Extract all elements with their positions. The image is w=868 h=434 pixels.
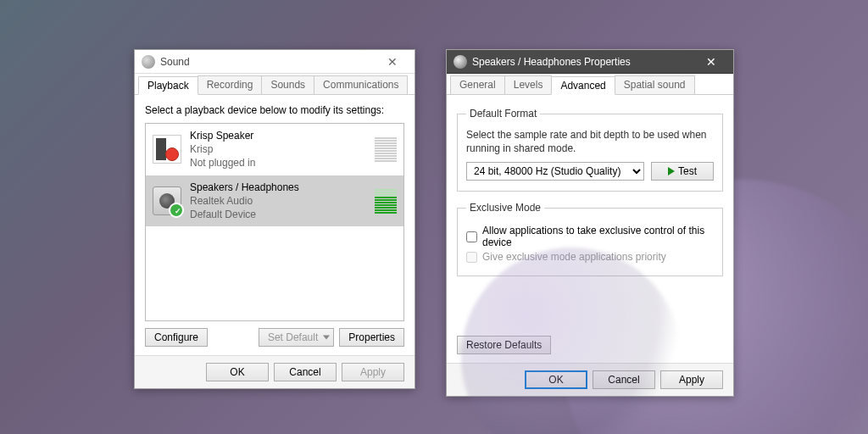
device-row-krisp[interactable]: Krisp Speaker Krisp Not plugged in (146, 124, 403, 175)
exclusive-mode-legend: Exclusive Mode (466, 202, 544, 214)
cancel-button[interactable]: Cancel (274, 363, 337, 381)
properties-footer: OK Cancel Apply (447, 363, 733, 396)
device-list: Krisp Speaker Krisp Not plugged in ✓ Spe… (145, 123, 404, 321)
format-select[interactable]: 24 bit, 48000 Hz (Studio Quality) (466, 162, 644, 181)
exclusive-allow-input[interactable] (466, 231, 477, 242)
format-row: 24 bit, 48000 Hz (Studio Quality) Test (466, 162, 714, 181)
exclusive-allow-checkbox[interactable]: Allow applications to take exclusive con… (466, 225, 714, 248)
default-format-group: Default Format Select the sample rate an… (457, 108, 723, 192)
sound-instruction: Select a playback device below to modify… (145, 104, 404, 116)
configure-button[interactable]: Configure (145, 328, 208, 347)
vu-meter-icon (375, 188, 397, 214)
sound-footer: OK Cancel Apply (135, 355, 415, 388)
tab-sounds[interactable]: Sounds (261, 75, 314, 94)
sound-button-row: Configure Set Default Properties (145, 328, 404, 347)
vu-meter-icon (375, 136, 397, 162)
sound-window: Sound ✕ Playback Recording Sounds Commun… (134, 49, 415, 389)
tab-spatial-sound[interactable]: Spatial sound (615, 75, 695, 94)
restore-row: Restore Defaults (457, 336, 723, 354)
restore-defaults-button[interactable]: Restore Defaults (457, 336, 551, 354)
sound-titlebar[interactable]: Sound ✕ (135, 50, 415, 74)
ok-button[interactable]: OK (525, 370, 587, 389)
device-status: Not plugged in (190, 156, 366, 170)
device-status: Default Device (190, 208, 366, 221)
speaker-icon: ✓ (153, 186, 181, 215)
set-default-button[interactable]: Set Default (259, 328, 334, 347)
properties-title: Speakers / Headphones Properties (472, 56, 694, 68)
speaker-icon (453, 55, 467, 69)
exclusive-priority-label: Give exclusive mode applications priorit… (482, 251, 666, 263)
tab-general[interactable]: General (450, 75, 505, 94)
properties-tabs: General Levels Advanced Spatial sound (447, 74, 733, 95)
default-format-legend: Default Format (466, 108, 540, 120)
properties-button[interactable]: Properties (339, 328, 404, 347)
sound-icon (142, 55, 155, 69)
close-icon[interactable]: ✕ (376, 53, 409, 71)
apply-button[interactable]: Apply (342, 363, 404, 381)
close-icon[interactable]: ✕ (694, 53, 728, 71)
sound-tabs: Playback Recording Sounds Communications (135, 74, 415, 95)
ok-button[interactable]: OK (206, 363, 269, 381)
apply-button[interactable]: Apply (660, 370, 723, 389)
properties-window: Speakers / Headphones Properties ✕ Gener… (446, 49, 734, 397)
device-provider: Krisp (190, 142, 366, 156)
exclusive-mode-group: Exclusive Mode Allow applications to tak… (457, 202, 723, 276)
device-name: Speakers / Headphones (190, 181, 366, 194)
device-text: Speakers / Headphones Realtek Audio Defa… (190, 181, 366, 222)
properties-titlebar[interactable]: Speakers / Headphones Properties ✕ (447, 50, 733, 74)
test-button[interactable]: Test (651, 162, 714, 181)
sound-content: Select a playback device below to modify… (135, 94, 415, 355)
default-format-text: Select the sample rate and bit depth to … (466, 128, 714, 155)
exclusive-priority-checkbox: Give exclusive mode applications priorit… (466, 251, 714, 263)
tab-communications[interactable]: Communications (314, 75, 408, 94)
device-provider: Realtek Audio (190, 194, 366, 208)
krisp-speaker-icon (153, 135, 181, 164)
cancel-button[interactable]: Cancel (593, 370, 655, 389)
device-name: Krisp Speaker (190, 129, 366, 142)
tab-advanced[interactable]: Advanced (551, 76, 615, 95)
exclusive-priority-input (466, 252, 477, 263)
exclusive-allow-label: Allow applications to take exclusive con… (482, 225, 714, 248)
device-row-speakers[interactable]: ✓ Speakers / Headphones Realtek Audio De… (146, 175, 403, 227)
tab-playback[interactable]: Playback (138, 76, 198, 95)
sound-title: Sound (160, 56, 376, 68)
tab-recording[interactable]: Recording (198, 75, 263, 94)
tab-levels[interactable]: Levels (504, 75, 553, 94)
properties-content: Default Format Select the sample rate an… (447, 94, 733, 363)
device-text: Krisp Speaker Krisp Not plugged in (190, 129, 366, 170)
